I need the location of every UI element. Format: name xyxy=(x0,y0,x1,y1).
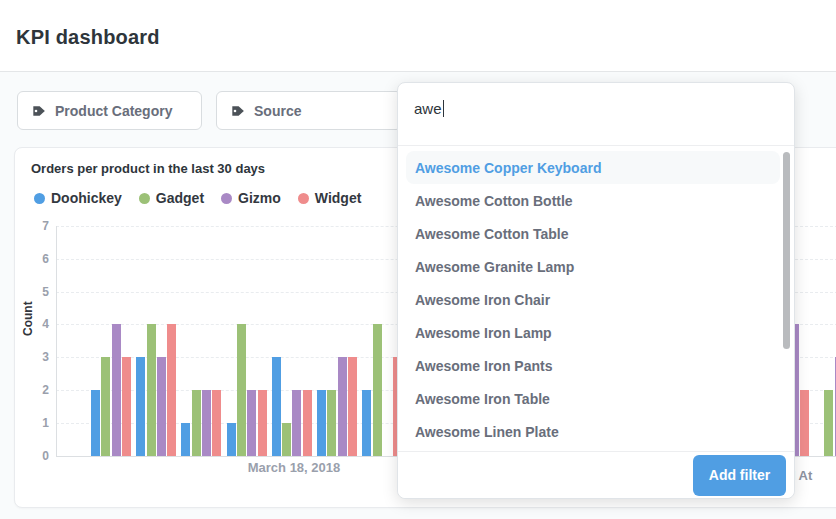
filter-label: Source xyxy=(254,103,301,119)
bar-doohickey[interactable] xyxy=(362,390,371,456)
y-axis-line xyxy=(56,226,57,456)
text-caret xyxy=(443,100,444,117)
option-list: Awesome Copper KeyboardAwesome Cotton Bo… xyxy=(406,151,780,448)
legend-dot xyxy=(139,193,150,204)
list-item[interactable]: Awesome Copper Keyboard xyxy=(406,151,780,184)
legend-label: Gizmo xyxy=(238,190,281,206)
filter-label: Product Category xyxy=(55,103,172,119)
add-filter-button[interactable]: Add filter xyxy=(693,455,786,496)
list-item[interactable]: Awesome Cotton Bottle xyxy=(406,184,780,217)
legend-dot xyxy=(298,193,309,204)
bar-gadget[interactable] xyxy=(824,390,833,456)
bar-doohickey[interactable] xyxy=(91,390,100,456)
bar-gizmo[interactable] xyxy=(157,357,166,456)
filter-source[interactable]: Source xyxy=(216,91,402,130)
list-item[interactable]: Awesome Linen Plate xyxy=(406,415,780,448)
legend-label: Widget xyxy=(315,190,362,206)
popover-footer: Add filter xyxy=(398,451,794,498)
bar-widget[interactable] xyxy=(167,324,176,456)
y-axis-tick: 3 xyxy=(21,351,49,363)
bar-gadget[interactable] xyxy=(192,390,201,456)
legend-dot xyxy=(221,193,232,204)
search-input[interactable]: awe xyxy=(414,96,764,120)
legend-dot xyxy=(34,193,45,204)
legend-item-gizmo[interactable]: Gizmo xyxy=(221,190,281,206)
list-item[interactable]: Awesome Iron Chair xyxy=(406,283,780,316)
bar-gizmo[interactable] xyxy=(247,390,256,456)
filter-value-popover: awe Awesome Copper KeyboardAwesome Cotto… xyxy=(397,82,795,499)
bar-gizmo[interactable] xyxy=(112,324,121,456)
bar-widget[interactable] xyxy=(303,390,312,456)
legend-item-gadget[interactable]: Gadget xyxy=(139,190,204,206)
bar-gadget[interactable] xyxy=(282,423,291,456)
y-axis-tick: 6 xyxy=(21,253,49,265)
x-axis-tick-label: March 18, 2018 xyxy=(248,460,341,475)
bar-gizmo[interactable] xyxy=(202,390,211,456)
filter-product-category[interactable]: Product Category xyxy=(17,91,202,130)
bar-doohickey[interactable] xyxy=(227,423,236,456)
popover-search-area: awe xyxy=(398,83,794,146)
y-axis-title: Count xyxy=(21,301,35,336)
list-item[interactable]: Awesome Iron Table xyxy=(406,382,780,415)
dashboard-page: KPI dashboard Product Category Source Or… xyxy=(0,0,836,519)
bar-doohickey[interactable] xyxy=(136,357,145,456)
page-header: KPI dashboard xyxy=(0,0,836,72)
bar-widget[interactable] xyxy=(212,390,221,456)
bar-widget[interactable] xyxy=(122,357,131,456)
scrollbar-thumb[interactable] xyxy=(783,152,790,349)
list-item[interactable]: Awesome Granite Lamp xyxy=(406,250,780,283)
chart-title: Orders per product in the last 30 days xyxy=(31,161,265,176)
bar-gadget[interactable] xyxy=(327,390,336,456)
list-item[interactable]: Awesome Cotton Table xyxy=(406,217,780,250)
bar-gadget[interactable] xyxy=(147,324,156,456)
y-axis-tick: 7 xyxy=(21,220,49,232)
legend-item-widget[interactable]: Widget xyxy=(298,190,362,206)
bar-gizmo[interactable] xyxy=(338,357,347,456)
y-axis-tick: 2 xyxy=(21,384,49,396)
list-item[interactable]: Awesome Iron Lamp xyxy=(406,316,780,349)
bar-doohickey[interactable] xyxy=(317,390,326,456)
bar-gadget[interactable] xyxy=(237,324,246,456)
bar-widget[interactable] xyxy=(348,357,357,456)
search-input-value: awe xyxy=(414,100,442,117)
y-axis-tick: 5 xyxy=(21,286,49,298)
chart-legend: DoohickeyGadgetGizmoWidget xyxy=(34,190,361,206)
tag-icon xyxy=(231,104,245,118)
y-axis-tick: 0 xyxy=(21,450,49,462)
tag-icon xyxy=(32,104,46,118)
y-axis-tick: 1 xyxy=(21,417,49,429)
bar-widget[interactable] xyxy=(800,390,809,456)
bar-widget[interactable] xyxy=(258,390,267,456)
list-item[interactable]: Awesome Iron Pants xyxy=(406,349,780,382)
bar-gizmo[interactable] xyxy=(292,390,301,456)
page-title: KPI dashboard xyxy=(16,26,160,49)
bar-doohickey[interactable] xyxy=(181,423,190,456)
legend-label: Doohickey xyxy=(51,190,122,206)
bar-gadget[interactable] xyxy=(101,357,110,456)
bar-gadget[interactable] xyxy=(373,324,382,456)
bar-doohickey[interactable] xyxy=(272,357,281,456)
legend-label: Gadget xyxy=(156,190,204,206)
legend-item-doohickey[interactable]: Doohickey xyxy=(34,190,122,206)
